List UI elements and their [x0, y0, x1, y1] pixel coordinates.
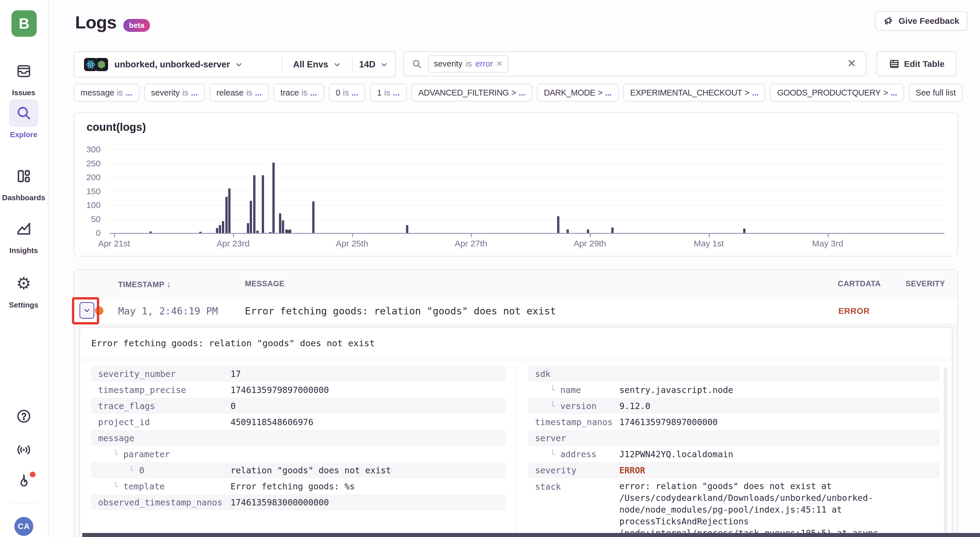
search-input[interactable]: severity is error ✕ ✕ [403, 51, 867, 76]
log-row[interactable]: May 1, 2:46:19 PM Error fetching goods: … [74, 298, 958, 323]
detail-key: severity_number [98, 369, 176, 379]
sidebar-item-label: Insights [10, 246, 38, 255]
detail-value: 4509118548606976 [231, 414, 494, 430]
detail-key: └ name [550, 385, 581, 395]
x-axis-label: Apr 23rd [202, 239, 265, 249]
sidebar-item-insights[interactable]: Insights [0, 215, 47, 255]
y-axis-label: 200 [74, 172, 101, 182]
sidebar-item-label: Explore [10, 130, 37, 139]
environment-selector-label: All Envs [293, 59, 328, 70]
filter-chip-message[interactable]: messageis... [74, 84, 139, 102]
broadcast-icon [16, 442, 32, 458]
detail-row-address: └ addressJ12PWN42YQ.localdomain [528, 446, 940, 462]
chip-ellipsis: ... [255, 88, 262, 97]
table-header: TIMESTAMP ↓ MESSAGE CARTDATA SEVERITY [74, 270, 958, 299]
sidebar-item-explore[interactable]: Explore [0, 99, 47, 139]
help-button[interactable] [0, 408, 47, 424]
detail-key: timestamp_precise [98, 385, 186, 395]
filter-chip-experimental-checkout[interactable]: EXPERIMENTAL_CHECKOUT>... [623, 84, 765, 102]
tree-connector: └ [550, 401, 560, 411]
filter-chip-dark-mode[interactable]: DARK_MODE>... [537, 84, 619, 102]
chip-name: EXPERIMENTAL_CHECKOUT [630, 88, 742, 97]
chip-ellipsis: ... [752, 88, 759, 97]
chevron-down-icon [234, 60, 243, 69]
filter-chip-release[interactable]: releaseis... [210, 84, 269, 102]
sidebar-item-label: Settings [9, 301, 38, 309]
chart-bar [222, 221, 224, 233]
y-axis-label: 150 [74, 186, 101, 196]
chart-bar [228, 188, 231, 233]
gear-icon: ⚙ [9, 270, 39, 297]
avatar[interactable]: CA [14, 517, 33, 536]
whats-new-button[interactable] [0, 473, 47, 489]
chart-bar [262, 175, 264, 233]
org-logo[interactable]: B [11, 10, 37, 37]
detail-value: 17 [231, 366, 494, 382]
column-header-severity[interactable]: SEVERITY [905, 279, 945, 288]
x-axis-label: Apr 25th [321, 239, 383, 249]
expand-row-button[interactable] [80, 302, 94, 319]
chip-operator: is [246, 88, 252, 97]
chart-bar [406, 225, 408, 233]
detail-scrollbar[interactable] [944, 368, 947, 533]
detail-key: └ template [113, 481, 165, 491]
broadcast-button[interactable] [0, 442, 47, 458]
filter-chip-advanced-filtering[interactable]: ADVANCED_FILTERING>... [411, 84, 532, 102]
give-feedback-button[interactable]: Give Feedback [875, 11, 967, 31]
chart-bar [566, 229, 569, 233]
detail-attributes-left: severity_number17timestamp_precise174613… [91, 366, 506, 510]
project-selector[interactable]: unborked, unborked-server [74, 52, 282, 77]
chip-operator: > [883, 88, 888, 97]
filter-chips-row: messageis...severityis...releaseis...tra… [74, 84, 980, 103]
filter-chip-goods-productquery[interactable]: GOODS_PRODUCTQUERY>... [770, 84, 904, 102]
filter-chip-see-full-list[interactable]: See full list [909, 84, 963, 102]
token-key: severity [434, 59, 463, 69]
column-header-timestamp[interactable]: TIMESTAMP ↓ [118, 279, 171, 289]
detail-key: server [535, 433, 566, 443]
sidebar-item-issues[interactable]: Issues [0, 57, 47, 97]
sidebar-item-dashboards[interactable]: Dashboards [0, 163, 47, 202]
chart-title: count(logs) [87, 121, 146, 133]
filter-chip-trace[interactable]: traceis... [274, 84, 324, 102]
detail-key: timestamp_nanos [535, 417, 613, 427]
beta-badge: beta [123, 19, 150, 32]
sidebar-divider [11, 503, 37, 503]
environment-selector[interactable]: All Envs [282, 52, 352, 77]
filter-chip-severity[interactable]: severityis... [144, 84, 205, 102]
sort-arrow-icon: ↓ [167, 279, 171, 289]
column-header-cartdata[interactable]: CARTDATA [838, 279, 881, 288]
x-axis-tick [233, 234, 234, 237]
chart-bar [279, 214, 281, 233]
sidebar-item-label: Dashboards [2, 193, 45, 202]
date-range-label: 14D [359, 59, 375, 70]
chip-name: 1 [377, 88, 382, 97]
chart-bar [247, 223, 249, 233]
log-severity: ERROR [838, 306, 870, 316]
filter-chip-0[interactable]: 0is... [329, 84, 365, 102]
detail-key: severity [535, 465, 577, 475]
filter-chip-1[interactable]: 1is... [370, 84, 407, 102]
chip-name: message [81, 88, 115, 97]
edit-table-button[interactable]: Edit Table [877, 51, 956, 76]
date-range-selector[interactable]: 14D [353, 52, 395, 77]
sidebar-item-settings[interactable]: ⚙ Settings [0, 270, 47, 309]
chart-bar [272, 163, 275, 233]
chart-bar [282, 220, 284, 233]
x-axis-label: Apr 29th [558, 239, 621, 249]
detail-row-severity: severityERROR [528, 462, 940, 478]
chevron-down-icon [380, 60, 388, 69]
megaphone-icon [883, 15, 894, 27]
chip-ellipsis: ... [519, 88, 525, 97]
detail-key: stack [535, 482, 561, 492]
search-clear-icon[interactable]: ✕ [847, 57, 856, 70]
chip-ellipsis: ... [191, 88, 198, 97]
chip-ellipsis: ... [126, 88, 132, 97]
log-timestamp: May 1, 2:46:19 PM [118, 305, 218, 317]
chip-operator: > [598, 88, 602, 97]
x-axis-tick [590, 234, 591, 237]
dashboards-icon [9, 163, 39, 190]
column-header-message[interactable]: MESSAGE [245, 279, 285, 288]
x-axis-label: Apr 21st [83, 239, 146, 249]
search-filter-token[interactable]: severity is error ✕ [428, 55, 508, 73]
token-remove-icon[interactable]: ✕ [496, 59, 503, 68]
